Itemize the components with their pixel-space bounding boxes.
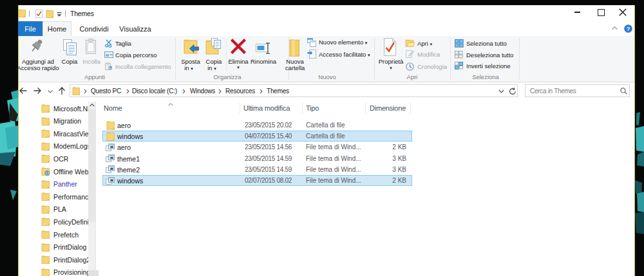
svg-text:w: w (105, 53, 109, 57)
svg-text:?: ? (627, 26, 630, 32)
